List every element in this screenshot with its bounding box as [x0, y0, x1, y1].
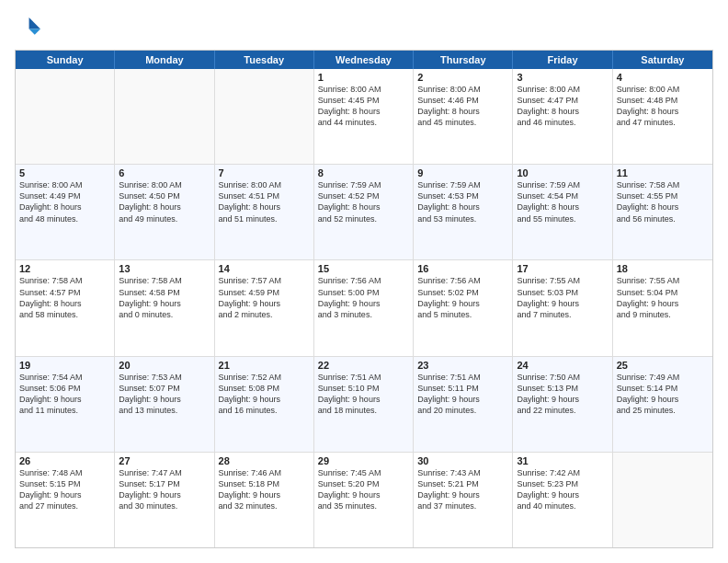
day-cell-4: 4Sunrise: 8:00 AM Sunset: 4:48 PM Daylig… [613, 69, 712, 164]
day-cell-2: 2Sunrise: 8:00 AM Sunset: 4:46 PM Daylig… [414, 69, 513, 164]
day-cell-16: 16Sunrise: 7:56 AM Sunset: 5:02 PM Dayli… [414, 260, 513, 355]
day-cell-20: 20Sunrise: 7:53 AM Sunset: 5:07 PM Dayli… [115, 357, 214, 452]
day-cell-3: 3Sunrise: 8:00 AM Sunset: 4:47 PM Daylig… [513, 69, 612, 164]
day-info: Sunrise: 8:00 AM Sunset: 4:45 PM Dayligh… [318, 84, 409, 129]
day-info: Sunrise: 7:46 AM Sunset: 5:18 PM Dayligh… [219, 467, 310, 512]
day-cell-5: 5Sunrise: 8:00 AM Sunset: 4:49 PM Daylig… [16, 165, 115, 259]
header-day-monday: Monday [115, 51, 214, 69]
empty-cell [215, 69, 314, 164]
day-info: Sunrise: 7:59 AM Sunset: 4:52 PM Dayligh… [318, 179, 409, 224]
day-number: 21 [219, 360, 310, 371]
day-number: 12 [19, 263, 110, 274]
day-cell-24: 24Sunrise: 7:50 AM Sunset: 5:13 PM Dayli… [513, 357, 612, 452]
day-cell-28: 28Sunrise: 7:46 AM Sunset: 5:18 PM Dayli… [215, 453, 314, 547]
header [15, 15, 713, 40]
day-number: 2 [417, 72, 508, 83]
day-cell-21: 21Sunrise: 7:52 AM Sunset: 5:08 PM Dayli… [215, 357, 314, 452]
day-number: 10 [517, 167, 608, 178]
empty-cell [115, 69, 214, 164]
day-number: 27 [119, 455, 210, 466]
day-number: 8 [318, 167, 409, 178]
day-number: 24 [517, 360, 608, 371]
calendar-row-3: 12Sunrise: 7:58 AM Sunset: 4:57 PM Dayli… [16, 259, 712, 355]
day-info: Sunrise: 7:56 AM Sunset: 5:00 PM Dayligh… [318, 275, 409, 320]
calendar-row-1: 1Sunrise: 8:00 AM Sunset: 4:45 PM Daylig… [16, 69, 712, 164]
day-number: 20 [119, 360, 210, 371]
day-cell-17: 17Sunrise: 7:55 AM Sunset: 5:03 PM Dayli… [513, 260, 612, 355]
day-cell-23: 23Sunrise: 7:51 AM Sunset: 5:11 PM Dayli… [414, 357, 513, 452]
day-number: 3 [517, 72, 608, 83]
logo [15, 15, 44, 40]
day-info: Sunrise: 7:58 AM Sunset: 4:57 PM Dayligh… [19, 275, 110, 320]
header-day-sunday: Sunday [16, 51, 115, 69]
day-cell-7: 7Sunrise: 8:00 AM Sunset: 4:51 PM Daylig… [215, 165, 314, 259]
day-number: 15 [318, 263, 409, 274]
header-day-friday: Friday [513, 51, 612, 69]
day-info: Sunrise: 7:51 AM Sunset: 5:11 PM Dayligh… [417, 372, 508, 417]
day-info: Sunrise: 7:53 AM Sunset: 5:07 PM Dayligh… [119, 372, 210, 417]
day-number: 4 [617, 72, 709, 83]
day-number: 13 [119, 263, 210, 274]
day-cell-11: 11Sunrise: 7:58 AM Sunset: 4:55 PM Dayli… [613, 165, 712, 259]
day-cell-10: 10Sunrise: 7:59 AM Sunset: 4:54 PM Dayli… [513, 165, 612, 259]
day-info: Sunrise: 8:00 AM Sunset: 4:49 PM Dayligh… [19, 179, 110, 224]
day-number: 7 [219, 167, 310, 178]
header-day-saturday: Saturday [613, 51, 712, 69]
day-info: Sunrise: 7:55 AM Sunset: 5:03 PM Dayligh… [517, 275, 608, 320]
logo-icon [15, 15, 40, 40]
day-cell-19: 19Sunrise: 7:54 AM Sunset: 5:06 PM Dayli… [16, 357, 115, 452]
calendar-header: SundayMondayTuesdayWednesdayThursdayFrid… [16, 51, 712, 69]
empty-cell [613, 453, 712, 547]
day-cell-12: 12Sunrise: 7:58 AM Sunset: 4:57 PM Dayli… [16, 260, 115, 355]
day-number: 29 [318, 455, 409, 466]
header-day-tuesday: Tuesday [215, 51, 314, 69]
day-cell-13: 13Sunrise: 7:58 AM Sunset: 4:58 PM Dayli… [115, 260, 214, 355]
day-number: 14 [219, 263, 310, 274]
day-number: 16 [417, 263, 508, 274]
day-number: 11 [617, 167, 709, 178]
day-info: Sunrise: 7:50 AM Sunset: 5:13 PM Dayligh… [517, 372, 608, 417]
day-number: 22 [318, 360, 409, 371]
day-number: 17 [517, 263, 608, 274]
day-info: Sunrise: 7:59 AM Sunset: 4:54 PM Dayligh… [517, 179, 608, 224]
day-info: Sunrise: 7:58 AM Sunset: 4:55 PM Dayligh… [617, 179, 709, 224]
calendar-body: 1Sunrise: 8:00 AM Sunset: 4:45 PM Daylig… [16, 69, 712, 547]
day-number: 9 [417, 167, 508, 178]
day-cell-26: 26Sunrise: 7:48 AM Sunset: 5:15 PM Dayli… [16, 453, 115, 547]
day-info: Sunrise: 7:59 AM Sunset: 4:53 PM Dayligh… [417, 179, 508, 224]
day-info: Sunrise: 7:58 AM Sunset: 4:58 PM Dayligh… [119, 275, 210, 320]
day-number: 28 [219, 455, 310, 466]
day-cell-18: 18Sunrise: 7:55 AM Sunset: 5:04 PM Dayli… [613, 260, 712, 355]
day-info: Sunrise: 7:43 AM Sunset: 5:21 PM Dayligh… [417, 467, 508, 512]
day-info: Sunrise: 8:00 AM Sunset: 4:47 PM Dayligh… [517, 84, 608, 129]
day-info: Sunrise: 7:49 AM Sunset: 5:14 PM Dayligh… [617, 372, 709, 417]
day-info: Sunrise: 8:00 AM Sunset: 4:48 PM Dayligh… [617, 84, 709, 129]
day-number: 19 [19, 360, 110, 371]
day-number: 18 [617, 263, 709, 274]
day-info: Sunrise: 7:57 AM Sunset: 4:59 PM Dayligh… [219, 275, 310, 320]
calendar-row-4: 19Sunrise: 7:54 AM Sunset: 5:06 PM Dayli… [16, 356, 712, 452]
day-info: Sunrise: 7:55 AM Sunset: 5:04 PM Dayligh… [617, 275, 709, 320]
day-cell-8: 8Sunrise: 7:59 AM Sunset: 4:52 PM Daylig… [314, 165, 414, 259]
day-info: Sunrise: 8:00 AM Sunset: 4:50 PM Dayligh… [119, 179, 210, 224]
day-info: Sunrise: 7:52 AM Sunset: 5:08 PM Dayligh… [219, 372, 310, 417]
day-cell-27: 27Sunrise: 7:47 AM Sunset: 5:17 PM Dayli… [115, 453, 214, 547]
header-day-wednesday: Wednesday [314, 51, 414, 69]
calendar-row-5: 26Sunrise: 7:48 AM Sunset: 5:15 PM Dayli… [16, 452, 712, 547]
day-number: 23 [417, 360, 508, 371]
day-number: 6 [119, 167, 210, 178]
header-day-thursday: Thursday [414, 51, 513, 69]
page: SundayMondayTuesdayWednesdayThursdayFrid… [0, 0, 728, 563]
day-info: Sunrise: 7:42 AM Sunset: 5:23 PM Dayligh… [517, 467, 608, 512]
day-number: 31 [517, 455, 608, 466]
day-number: 26 [19, 455, 110, 466]
day-info: Sunrise: 8:00 AM Sunset: 4:46 PM Dayligh… [417, 84, 508, 129]
day-info: Sunrise: 7:45 AM Sunset: 5:20 PM Dayligh… [318, 467, 409, 512]
day-info: Sunrise: 7:56 AM Sunset: 5:02 PM Dayligh… [417, 275, 508, 320]
day-cell-15: 15Sunrise: 7:56 AM Sunset: 5:00 PM Dayli… [314, 260, 414, 355]
day-number: 1 [318, 72, 409, 83]
day-info: Sunrise: 7:48 AM Sunset: 5:15 PM Dayligh… [19, 467, 110, 512]
day-info: Sunrise: 7:51 AM Sunset: 5:10 PM Dayligh… [318, 372, 409, 417]
day-cell-30: 30Sunrise: 7:43 AM Sunset: 5:21 PM Dayli… [414, 453, 513, 547]
day-number: 5 [19, 167, 110, 178]
